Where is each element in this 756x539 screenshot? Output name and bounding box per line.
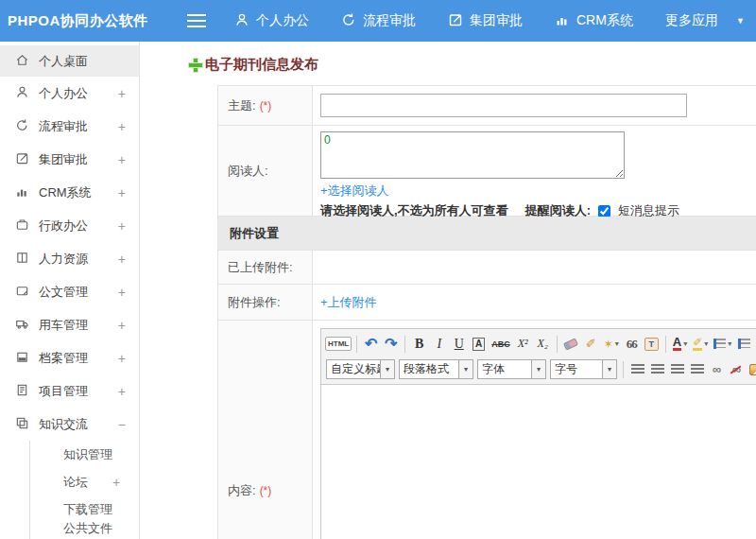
sidebar-item-group-approval[interactable]: 集团审批 + <box>0 143 139 176</box>
toolbar-separator <box>356 336 357 353</box>
align-right-button[interactable] <box>668 359 686 380</box>
upload-attachment-link[interactable]: +上传附件 <box>320 294 377 311</box>
expand-icon[interactable]: + <box>118 185 126 200</box>
content-label: 内容: <box>228 482 256 499</box>
sidebar-item-archive-mgmt[interactable]: 档案管理 + <box>0 341 139 374</box>
subject-label: 主题: <box>228 97 256 114</box>
align-left-button[interactable] <box>628 359 646 380</box>
content-row: 内容: (*) HTML ↶ ↷ B <box>218 321 756 539</box>
superscript-button[interactable]: X² <box>514 334 532 355</box>
expand-icon[interactable]: + <box>118 384 126 399</box>
redo-icon[interactable]: ↷ <box>382 334 400 355</box>
paste-text-button[interactable]: T <box>643 334 661 355</box>
bold-button[interactable]: B <box>410 334 428 355</box>
history-icon <box>341 12 356 30</box>
font-size-select[interactable]: 字号▾ <box>550 359 617 379</box>
select-readers-link[interactable]: +选择阅读人 <box>320 183 389 200</box>
rich-text-editor: HTML ↶ ↷ B I U A ABC X² <box>320 328 756 539</box>
nav-more-apps[interactable]: 更多应用 ▼ <box>665 12 745 29</box>
sidebar-item-desktop[interactable]: 个人桌面 <box>0 45 139 77</box>
nav-personal-office[interactable]: 个人办公 <box>234 12 309 30</box>
nav-group-approval[interactable]: 集团审批 <box>448 12 523 30</box>
content-value-cell: HTML ↶ ↷ B I U A ABC X² <box>313 321 756 539</box>
sidebar-item-project-mgmt[interactable]: 项目管理 + <box>0 374 139 408</box>
remove-format-eraser-icon[interactable] <box>562 334 580 355</box>
remove-link-button[interactable]: ∞ <box>728 359 746 380</box>
caret-down-icon: ▾ <box>704 339 708 348</box>
nav-crm[interactable]: CRM系统 <box>555 12 633 30</box>
expand-icon[interactable]: + <box>112 475 120 490</box>
align-center-button[interactable] <box>648 359 666 380</box>
insert-link-button[interactable]: ∞ <box>708 359 726 380</box>
font-family-select[interactable]: 字体▾ <box>477 359 546 379</box>
home-icon <box>15 53 29 70</box>
sidebar-subitem-label: 知识管理 <box>63 446 112 463</box>
autotypeset-wand-button[interactable]: ✶▾ <box>602 334 621 355</box>
sidebar-item-knowledge-exchange[interactable]: 知识交流 − <box>0 408 139 441</box>
briefcase-icon <box>15 217 29 235</box>
align-center-icon <box>651 364 664 374</box>
toolbar-separator <box>623 361 624 378</box>
align-right-icon <box>671 364 684 374</box>
bar-chart-icon <box>15 184 29 201</box>
readers-textarea[interactable]: 0 <box>320 131 625 179</box>
uploaded-attachments-row: 已上传附件: <box>218 251 756 285</box>
ordered-list-button[interactable]: ▾ <box>712 334 733 355</box>
highlight-color-button[interactable]: ✐▾ <box>691 334 710 355</box>
folder-icon <box>15 284 29 301</box>
expand-icon[interactable]: + <box>118 351 126 366</box>
undo-icon[interactable]: ↶ <box>362 334 380 355</box>
subscript-button[interactable]: X₂ <box>534 334 552 355</box>
expand-icon[interactable]: + <box>118 86 126 101</box>
strikethrough-button[interactable]: ABC <box>490 334 512 355</box>
sms-remind-checkbox[interactable] <box>598 205 610 217</box>
expand-icon[interactable]: + <box>118 119 126 134</box>
expand-icon[interactable]: + <box>118 318 126 333</box>
font-box-button[interactable]: A <box>470 334 488 355</box>
sidebar-subitem-label: 公共文件柜 <box>63 520 114 539</box>
collapse-icon[interactable]: − <box>118 417 126 432</box>
html-source-button[interactable]: HTML <box>325 337 352 351</box>
heading-select[interactable]: 自定义标题▾ <box>326 359 395 379</box>
sidebar-item-admin-office[interactable]: 行政办公 + <box>0 209 139 242</box>
justify-button[interactable] <box>688 359 706 380</box>
insert-image-button[interactable] <box>747 359 756 380</box>
blockquote-button[interactable]: 66 <box>623 334 641 355</box>
nav-workflow-approval[interactable]: 流程审批 <box>341 12 416 30</box>
sidebar-item-vehicle-mgmt[interactable]: 用车管理 + <box>0 308 139 341</box>
expand-icon[interactable]: + <box>118 218 126 234</box>
sidebar-item-personal-office[interactable]: 个人办公 + <box>0 77 139 110</box>
sidebar-item-crm[interactable]: CRM系统 + <box>0 176 139 209</box>
paragraph-format-select[interactable]: 段落格式▾ <box>399 359 473 379</box>
editor-content-area[interactable] <box>321 385 756 539</box>
expand-icon[interactable]: + <box>118 152 126 167</box>
expand-icon[interactable]: + <box>118 285 126 300</box>
sidebar-subitem-knowledge-mgmt[interactable]: 知识管理 <box>30 441 139 468</box>
sidebar-item-document-mgmt[interactable]: 公文管理 + <box>0 275 139 308</box>
caret-down-icon: ▾ <box>380 360 394 378</box>
font-color-button[interactable]: A▾ <box>671 334 689 355</box>
format-brush-icon[interactable]: ✐ <box>582 334 600 355</box>
caret-down-icon: ▾ <box>602 360 616 378</box>
unordered-list-button[interactable] <box>735 334 753 355</box>
history-icon <box>15 118 29 135</box>
attachment-actions-label: 附件操作: <box>228 294 281 311</box>
top-nav: 个人办公 流程审批 集团审批 CRM系统 更多应用 ▼ <box>234 12 745 30</box>
sidebar-item-hr[interactable]: 人力资源 + <box>0 242 139 275</box>
nav-label: CRM系统 <box>576 12 633 29</box>
sidebar-item-workflow-approval[interactable]: 流程审批 + <box>0 110 139 143</box>
sidebar-subitem-public-cabinet[interactable]: 公共文件柜 <box>30 523 139 539</box>
nav-label: 集团审批 <box>470 12 523 29</box>
sidebar-subitem-forum[interactable]: 论坛 + <box>30 468 139 496</box>
menu-toggle-icon[interactable] <box>187 14 206 27</box>
toolbar-separator <box>665 336 666 353</box>
truck-icon <box>15 317 29 334</box>
italic-button[interactable]: I <box>430 334 448 355</box>
subject-input[interactable] <box>320 94 687 117</box>
uploaded-attachments-label: 已上传附件: <box>228 259 293 276</box>
expand-icon[interactable]: + <box>118 252 126 267</box>
caret-down-icon: ▾ <box>458 360 472 378</box>
readers-value-cell: 0 +选择阅读人 请选择阅读人,不选为所有人可查看 提醒阅读人: 短消息提示 <box>313 126 756 216</box>
underline-button[interactable]: U <box>450 334 468 355</box>
knowledge-submenu: 知识管理 论坛 + 下载管理 公共文件柜 <box>29 441 139 539</box>
